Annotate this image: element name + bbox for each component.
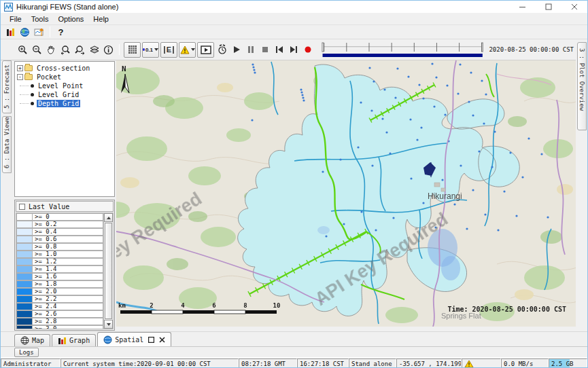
tab-map[interactable]: Map — [14, 334, 50, 346]
time-slider[interactable] — [320, 41, 485, 58]
legend-row[interactable]: >= 1.0 — [16, 251, 103, 258]
legend-row[interactable]: >= 3.0 — [16, 325, 103, 329]
zoom-next-button[interactable] — [73, 43, 87, 57]
legend-row[interactable]: >= 0 — [16, 213, 103, 221]
zoom-in-button[interactable] — [16, 43, 30, 57]
spatial-display-button[interactable] — [18, 25, 32, 39]
tree-item-cross-section[interactable]: +Cross-section — [17, 64, 114, 73]
tree-item-pocket[interactable]: -Pocket — [17, 73, 114, 81]
map-canvas[interactable]: API Key Required API Key Required Hikura… — [116, 60, 577, 327]
globe-wire-icon — [20, 336, 29, 345]
help-button[interactable]: ? — [54, 25, 68, 39]
tree-item-level-grid[interactable]: Level Grid — [17, 90, 114, 99]
status-cell-8: 2.5 GB — [549, 358, 587, 368]
chevron-down-icon — [191, 48, 195, 51]
tab-forecast[interactable]: 5 : Forecast — [2, 60, 12, 113]
legend-color-swatch — [16, 213, 33, 221]
menu-help[interactable]: Help — [88, 14, 114, 24]
tab-plot-overview[interactable]: 3 : Plot Overview — [577, 42, 587, 130]
status-text: 0.0 MB/s — [504, 361, 533, 367]
interval-dropdown-button[interactable]: 0.1 — [142, 42, 159, 58]
status-warning-cell[interactable] — [462, 358, 501, 368]
legend-row[interactable]: >= 0.4 — [16, 228, 103, 236]
maximize-button[interactable] — [536, 1, 561, 13]
pause-button[interactable] — [243, 43, 258, 57]
legend-color-swatch — [16, 310, 33, 318]
menu-tools[interactable]: Tools — [27, 14, 54, 24]
scroll-up-button[interactable] — [104, 213, 113, 222]
info-icon — [103, 45, 114, 55]
legend-panel: Last Value >= 0>= 0.2>= 0.4>= 0.6>= 0.8>… — [14, 200, 115, 331]
legend-row[interactable]: >= 2.8 — [16, 318, 103, 325]
legend-header-label: Last Value — [29, 203, 69, 210]
legend-value-label: >= 2.0 — [33, 288, 103, 295]
scale-tick-label: 2 — [150, 302, 153, 309]
last-value-checkbox[interactable] — [19, 204, 25, 210]
tree-item-level-point[interactable]: Level Point — [17, 81, 114, 90]
bar-chart-icon — [58, 336, 67, 345]
legend-row[interactable]: >= 1.2 — [16, 258, 103, 265]
timeseries-button[interactable] — [32, 25, 46, 39]
legend-row[interactable]: >= 1.6 — [16, 273, 103, 280]
tree-item-depth-grid[interactable]: Depth Grid — [17, 99, 114, 108]
legend-color-swatch — [16, 303, 33, 310]
legend-list: >= 0>= 0.2>= 0.4>= 0.6>= 0.8>= 1.0>= 1.2… — [16, 213, 114, 329]
toolbar-separator — [119, 44, 120, 55]
stop-button[interactable] — [258, 43, 272, 57]
pause-icon — [247, 45, 255, 54]
elevation-button[interactable]: E — [160, 42, 177, 58]
legend-row[interactable]: >= 0.8 — [16, 243, 103, 251]
step-to-end-button[interactable] — [286, 43, 300, 57]
pan-button[interactable] — [44, 43, 58, 57]
folder-icon — [24, 65, 33, 71]
layers-button[interactable] — [87, 43, 101, 57]
record-button[interactable] — [300, 43, 315, 57]
legend-row[interactable]: >= 2.6 — [16, 310, 103, 318]
legend-color-swatch — [16, 325, 33, 329]
step-to-start-button[interactable] — [272, 43, 286, 57]
tab-spatial[interactable]: Spatial — [97, 332, 171, 346]
logs-button[interactable]: Logs — [14, 348, 39, 357]
legend-row[interactable]: >= 1.4 — [16, 265, 103, 273]
node-bullet-icon — [31, 93, 34, 96]
clock-icon — [217, 44, 228, 55]
globe-icon — [20, 27, 30, 37]
warning-dropdown-button[interactable] — [179, 42, 196, 58]
scroll-thumb[interactable] — [105, 223, 112, 319]
maximize-tab-icon[interactable] — [148, 337, 154, 343]
grid-toggle-button[interactable] — [124, 42, 141, 58]
scroll-down-button[interactable] — [104, 320, 113, 329]
legend-row[interactable]: >= 2.2 — [16, 295, 103, 303]
close-tab-icon[interactable] — [159, 337, 165, 343]
animation-settings-button[interactable] — [215, 43, 229, 57]
info-button[interactable] — [101, 43, 116, 57]
menu-file[interactable]: File — [5, 14, 27, 24]
menu-options[interactable]: Options — [53, 14, 88, 24]
explorer-button[interactable] — [3, 25, 18, 39]
legend-row[interactable]: >= 0.2 — [16, 221, 103, 228]
legend-scrollbar[interactable] — [103, 213, 113, 329]
tree-item-label: Level Grid — [37, 91, 80, 98]
legend-value-label: >= 2.2 — [33, 295, 103, 303]
zoom-in-icon — [18, 45, 28, 55]
tab-map-label: Map — [32, 337, 44, 344]
title-bar[interactable]: Hikurangi FEWS (Stand alone) — [1, 1, 587, 13]
expand-icon[interactable]: + — [17, 65, 23, 71]
close-button[interactable] — [561, 1, 587, 13]
zoom-out-button[interactable] — [30, 43, 44, 57]
scale-tick-label: 8 — [243, 302, 247, 309]
tab-data-viewer[interactable]: 6 : Data Viewer — [2, 116, 12, 173]
movie-export-button[interactable] — [197, 42, 214, 58]
minimize-button[interactable] — [510, 1, 536, 13]
layer-tree: +Cross-section-PocketLevel PointLevel Gr… — [14, 61, 115, 197]
pan-hand-icon — [46, 45, 56, 55]
zoom-previous-button[interactable] — [58, 43, 73, 57]
play-button[interactable] — [229, 43, 243, 57]
legend-row[interactable]: >= 0.6 — [16, 236, 103, 243]
collapse-icon[interactable]: - — [17, 74, 23, 80]
tab-graph[interactable]: Graph — [52, 334, 96, 346]
legend-color-swatch — [16, 251, 33, 258]
legend-row[interactable]: >= 2.0 — [16, 288, 103, 295]
legend-row[interactable]: >= 1.8 — [16, 280, 103, 288]
legend-row[interactable]: >= 2.4 — [16, 303, 103, 310]
